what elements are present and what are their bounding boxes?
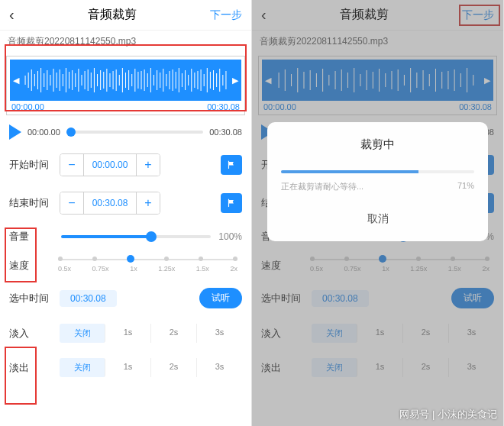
screen-left: ‹ 音频裁剪 下一步 音频裁剪20220811142550.mp3 ◀ ▶ 00… (0, 0, 252, 426)
header: ‹ 音频裁剪 下一步 (0, 0, 251, 31)
selected-time-row: 选中时间 00:30.08 试听 (0, 280, 251, 316)
fade-out-row: 淡出 关闭 1s 2s 3s (0, 350, 251, 385)
page-title: 音频裁剪 (88, 7, 137, 23)
speed-row: 速度 0.5x0.75x1x1.25x1.5x2x (0, 251, 251, 280)
progress-message: 正在裁剪请耐心等待... (281, 181, 363, 192)
plus-button[interactable]: + (137, 154, 160, 176)
start-time-stepper: − 00:00.00 + (60, 153, 160, 176)
end-time-stepper: − 00:30.08 + (60, 192, 160, 215)
flag-button[interactable] (221, 193, 242, 213)
volume-value: 100% (218, 231, 242, 242)
play-slider[interactable] (66, 131, 203, 134)
waveform-container: ◀ ▶ 00:00.00 00:30.08 (6, 56, 245, 115)
trim-handle-left[interactable]: ◀ (10, 60, 22, 101)
seg-item[interactable]: 3s (197, 358, 242, 377)
screen-right: ‹ 音频裁剪 下一步 音频裁剪20220811142550.mp3 ◀ ▶ 00… (252, 0, 504, 426)
wave-start-time: 00:00.00 (11, 102, 44, 111)
minus-button[interactable]: − (60, 154, 83, 176)
volume-row: 音量 100% (0, 222, 251, 251)
play-total: 00:30.08 (209, 127, 242, 137)
filename-label: 音频裁剪20220811142550.mp3 (0, 31, 251, 53)
watermark: 网易号 | 小沫的美食记 (399, 408, 497, 421)
dialog-title: 裁剪中 (281, 137, 474, 152)
fade-in-row: 淡入 关闭 1s 2s 3s (0, 316, 251, 350)
start-time-value[interactable]: 00:00.00 (83, 154, 137, 176)
seg-item[interactable]: 1s (105, 358, 151, 377)
play-current: 00:00.00 (27, 127, 60, 137)
progress-bar (281, 170, 474, 173)
seg-item[interactable]: 1s (105, 324, 151, 343)
start-time-label: 开始时间 (9, 158, 53, 172)
fade-out-segment: 关闭 1s 2s 3s (60, 358, 242, 377)
end-time-label: 结束时间 (9, 196, 53, 210)
end-time-value[interactable]: 00:30.08 (83, 192, 137, 214)
minus-button[interactable]: − (60, 192, 83, 214)
cancel-button[interactable]: 取消 (281, 212, 474, 226)
seg-item[interactable]: 2s (151, 358, 197, 377)
waveform[interactable] (24, 65, 228, 95)
seg-item[interactable]: 关闭 (60, 324, 105, 343)
progress-percent: 71% (457, 181, 474, 192)
playback-row: 00:00.00 00:30.08 (0, 118, 251, 146)
selected-time-value: 00:30.08 (60, 290, 117, 307)
play-icon[interactable] (9, 124, 21, 140)
flag-button[interactable] (221, 155, 242, 175)
trim-handle-right[interactable]: ▶ (229, 60, 241, 101)
fade-in-label: 淡入 (9, 327, 53, 340)
volume-label: 音量 (9, 230, 53, 244)
start-time-row: 开始时间 − 00:00.00 + (0, 146, 251, 184)
selected-time-label: 选中时间 (9, 292, 53, 305)
seg-item[interactable]: 关闭 (60, 358, 105, 377)
back-icon[interactable]: ‹ (9, 6, 15, 24)
speed-slider[interactable]: 0.5x0.75x1x1.25x1.5x2x (58, 259, 237, 273)
next-button[interactable]: 下一步 (210, 8, 242, 22)
speed-label: 速度 (9, 259, 53, 273)
fade-in-segment: 关闭 1s 2s 3s (60, 324, 242, 343)
plus-button[interactable]: + (137, 192, 160, 214)
volume-slider[interactable] (61, 235, 211, 238)
seg-item[interactable]: 2s (151, 324, 197, 343)
progress-dialog: 裁剪中 正在裁剪请耐心等待... 71% 取消 (267, 122, 488, 241)
seg-item[interactable]: 3s (197, 324, 242, 343)
end-time-row: 结束时间 − 00:30.08 + (0, 184, 251, 222)
wave-end-time: 00:30.08 (207, 102, 240, 111)
preview-button[interactable]: 试听 (199, 288, 242, 308)
fade-out-label: 淡出 (9, 361, 53, 375)
